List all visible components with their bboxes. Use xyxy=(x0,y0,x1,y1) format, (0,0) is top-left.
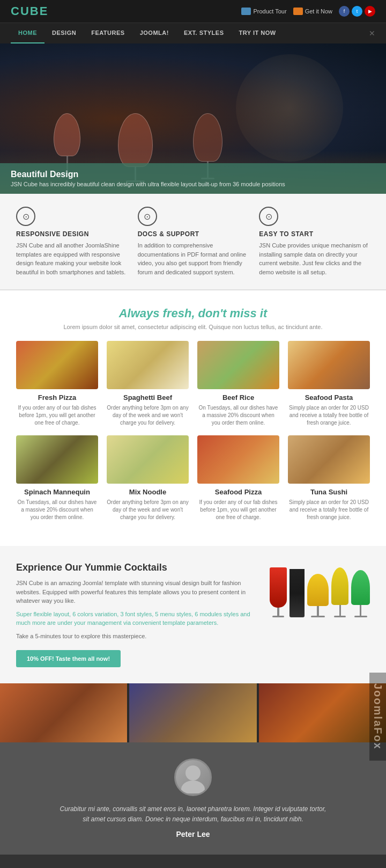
product-tour-label: Product Tour xyxy=(253,8,286,14)
cocktail-2 xyxy=(290,569,305,617)
cocktails-button[interactable]: 10% OFF! Taste them all now! xyxy=(16,650,121,667)
responsive-icon: ⊙ xyxy=(16,207,35,226)
food-name-seafpizza: Seafood Pizza xyxy=(197,488,279,496)
fresh-title: Always fresh, don't miss it xyxy=(16,307,370,320)
food-name-tuna: Tuna Sushi xyxy=(288,488,370,496)
food-card-pizza: Fresh Pizza If you order any of our fab … xyxy=(16,341,98,427)
logo: CUBE xyxy=(11,4,48,18)
hero-subtitle: JSN Cube has incredibly beautiful clean … xyxy=(11,181,375,187)
easy-text: JSN Cube provides unique mechanism of in… xyxy=(259,241,370,276)
watermark: JoomlaFox xyxy=(369,673,386,761)
food-card-seafood: Seafood Pasta Simply place an order for … xyxy=(288,341,370,427)
nav-item-joomla[interactable]: JOOMLA! xyxy=(132,23,176,43)
nav-settings-icon[interactable]: ✕ xyxy=(369,29,375,38)
cocktails-title: Exprience Our Yummie Cocktails xyxy=(16,562,254,573)
gallery-item-2 xyxy=(129,683,256,742)
gallery-strip xyxy=(0,683,386,742)
food-card-spag: Spaghetti Beef Order anything before 3pm… xyxy=(107,341,189,427)
social-icons: f t ▶ xyxy=(339,6,375,17)
food-name-seafood: Seafood Pasta xyxy=(288,393,370,402)
food-desc-pizza: If you order any of our fab dishes befor… xyxy=(16,404,98,427)
food-img-tuna xyxy=(288,435,370,484)
product-tour-icon xyxy=(241,8,251,15)
responsive-text: JSN Cube and all another JoomlaShine tem… xyxy=(16,241,127,276)
food-img-spag xyxy=(107,341,189,389)
cocktails-text: Exprience Our Yummie Cocktails JSN Cube … xyxy=(16,562,254,667)
testimonial-section: Curabitur mi ante, convallis sit amet er… xyxy=(0,742,386,855)
get-it-now-link[interactable]: Get it Now xyxy=(293,8,332,15)
cocktails-section: Exprience Our Yummie Cocktails JSN Cube … xyxy=(0,546,386,683)
food-card-tuna: Tuna Sushi Simply place an order for 20 … xyxy=(288,435,370,521)
top-bar: CUBE Product Tour Get it Now f t ▶ xyxy=(0,0,386,23)
food-img-seafpizza xyxy=(197,435,279,484)
cocktail-3 xyxy=(307,574,329,617)
testimonial-name: Peter Lee xyxy=(16,830,370,838)
hero-section: Beautiful Design JSN Cube has incredibly… xyxy=(0,43,386,194)
main-nav: HOME DESIGN FEATURES JOOMLA! EXT. STYLES… xyxy=(0,23,386,43)
docs-text: In addition to comprehensive documentati… xyxy=(138,241,249,276)
get-it-now-icon xyxy=(293,8,303,15)
cocktails-images xyxy=(270,562,370,617)
features-row: ⊙ RESPONSIVE DESIGN JSN Cube and all ano… xyxy=(0,194,386,290)
food-img-seafood xyxy=(288,341,370,389)
easy-title: EASY TO START xyxy=(259,230,370,238)
avatar xyxy=(174,758,212,796)
food-img-beef xyxy=(197,341,279,389)
footer-columns: Easy to Start JSN Cube provides unique m… xyxy=(0,855,386,868)
food-desc-beef: On Tuesdays, all our dishes have a massi… xyxy=(197,404,279,427)
food-grid-row2: Spinach Mannequin On Tuesdays, all our d… xyxy=(16,435,370,521)
food-card-seafpizza: Seafood Pizza If you order any of our fa… xyxy=(197,435,279,521)
svg-point-0 xyxy=(185,765,201,781)
cocktail-4 xyxy=(331,567,348,617)
youtube-icon[interactable]: ▶ xyxy=(365,6,375,17)
cocktails-desc2: Super flexible layout, 6 colors variatio… xyxy=(16,610,254,628)
hero-title: Beautiful Design xyxy=(11,170,375,179)
svg-point-1 xyxy=(181,781,205,793)
food-name-spinach: Spinach Mannequin xyxy=(16,488,98,496)
food-desc-seafood: Simply place an order for 20 USD and rec… xyxy=(288,404,370,427)
testimonial-text: Curabitur mi ante, convallis sit amet er… xyxy=(59,804,327,825)
feature-docs: ⊙ DOCS & SUPPORT In addition to comprehe… xyxy=(138,207,249,276)
food-desc-noodle: Order anything before 3pm on any day of … xyxy=(107,499,189,521)
facebook-icon[interactable]: f xyxy=(339,6,350,17)
gallery-item-1 xyxy=(0,683,127,742)
food-img-spinach xyxy=(16,435,98,484)
nav-item-design[interactable]: DESIGN xyxy=(44,23,84,43)
nav-item-features[interactable]: FEATURES xyxy=(84,23,132,43)
food-card-beef: Beef Rice On Tuesdays, all our dishes ha… xyxy=(197,341,279,427)
food-card-noodle: Mix Noodle Order anything before 3pm on … xyxy=(107,435,189,521)
food-name-noodle: Mix Noodle xyxy=(107,488,189,496)
fresh-subtitle: Lorem ipsum dolor sit amet, consectetur … xyxy=(16,324,370,330)
food-desc-seafpizza: If you order any of our fab dishes befor… xyxy=(197,499,279,521)
food-name-spag: Spaghetti Beef xyxy=(107,393,189,402)
easy-icon: ⊙ xyxy=(259,207,278,226)
responsive-title: RESPONSIVE DESIGN xyxy=(16,230,127,238)
get-it-now-label: Get it Now xyxy=(305,8,332,14)
food-img-pizza xyxy=(16,341,98,389)
food-name-beef: Beef Rice xyxy=(197,393,279,402)
nav-item-ext-styles[interactable]: EXT. STYLES xyxy=(176,23,232,43)
fresh-section: Always fresh, don't miss it Lorem ipsum … xyxy=(0,290,386,546)
product-tour-link[interactable]: Product Tour xyxy=(241,8,286,15)
top-links: Product Tour Get it Now f t ▶ xyxy=(241,6,375,17)
food-desc-tuna: Simply place an order for 20 USD and rec… xyxy=(288,499,370,521)
cocktails-desc1: JSN Cube is an amazing Joomla! template … xyxy=(16,579,254,606)
docs-title: DOCS & SUPPORT xyxy=(138,230,249,238)
gallery-item-3 xyxy=(259,683,386,742)
cocktail-5 xyxy=(351,570,370,617)
food-card-spinach: Spinach Mannequin On Tuesdays, all our d… xyxy=(16,435,98,521)
avatar-svg xyxy=(177,761,209,793)
food-img-noodle xyxy=(107,435,189,484)
food-name-pizza: Fresh Pizza xyxy=(16,393,98,402)
cocktail-1 xyxy=(270,567,287,617)
hero-overlay: Beautiful Design JSN Cube has incredibly… xyxy=(0,163,386,194)
cocktails-desc3: Take a 5-minutes tour to explore this ma… xyxy=(16,632,254,641)
feature-responsive: ⊙ RESPONSIVE DESIGN JSN Cube and all ano… xyxy=(16,207,127,276)
feature-easy: ⊙ EASY TO START JSN Cube provides unique… xyxy=(259,207,370,276)
food-grid-row1: Fresh Pizza If you order any of our fab … xyxy=(16,341,370,427)
nav-item-try-it-now[interactable]: TRY IT NOW xyxy=(231,23,283,43)
twitter-icon[interactable]: t xyxy=(352,6,362,17)
food-desc-spinach: On Tuesdays, all our dishes have a massi… xyxy=(16,499,98,521)
nav-item-home[interactable]: HOME xyxy=(11,23,44,43)
docs-icon: ⊙ xyxy=(138,207,157,226)
